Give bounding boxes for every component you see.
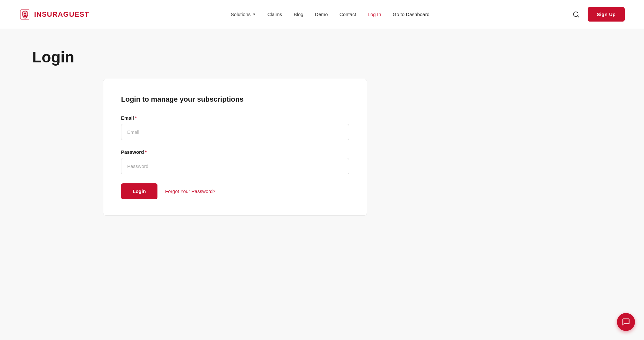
email-label: Email* — [121, 115, 349, 121]
chat-bubble-button[interactable] — [617, 313, 635, 331]
nav-solutions[interactable]: Solutions ▼ — [231, 12, 256, 17]
password-required-star: * — [145, 149, 147, 155]
main-content: Login Login to manage your subscriptions… — [0, 29, 644, 235]
search-button[interactable] — [571, 9, 581, 20]
nav-claims[interactable]: Claims — [267, 12, 282, 17]
svg-point-2 — [24, 13, 26, 14]
login-card: Login to manage your subscriptions Email… — [103, 79, 367, 216]
nav-demo[interactable]: Demo — [315, 12, 328, 17]
password-input[interactable] — [121, 158, 349, 174]
email-required-star: * — [135, 115, 137, 121]
search-icon — [573, 11, 580, 18]
login-button[interactable]: Login — [121, 183, 157, 199]
password-form-group: Password* — [121, 149, 349, 174]
nav-actions: Sign Up — [571, 7, 625, 22]
chat-icon — [622, 318, 630, 326]
main-nav: Solutions ▼ Claims Blog Demo Contact Log… — [231, 12, 430, 17]
logo-icon — [19, 9, 31, 20]
email-form-group: Email* — [121, 115, 349, 140]
svg-line-4 — [577, 16, 579, 17]
logo-text: INSURAGUEST — [34, 10, 89, 19]
page-title: Login — [32, 48, 612, 66]
email-input[interactable] — [121, 124, 349, 140]
card-title: Login to manage your subscriptions — [121, 95, 349, 104]
password-label: Password* — [121, 149, 349, 155]
signup-button[interactable]: Sign Up — [588, 7, 625, 22]
form-actions: Login Forgot Your Password? — [121, 183, 349, 199]
nav-blog[interactable]: Blog — [294, 12, 303, 17]
nav-login[interactable]: Log In — [368, 12, 381, 17]
chevron-down-icon: ▼ — [252, 13, 256, 16]
header: INSURAGUEST Solutions ▼ Claims Blog Demo… — [0, 0, 644, 29]
logo[interactable]: INSURAGUEST — [19, 9, 89, 20]
forgot-password-link[interactable]: Forgot Your Password? — [165, 188, 215, 194]
nav-dashboard[interactable]: Go to Dashboard — [393, 12, 430, 17]
nav-contact[interactable]: Contact — [339, 12, 356, 17]
